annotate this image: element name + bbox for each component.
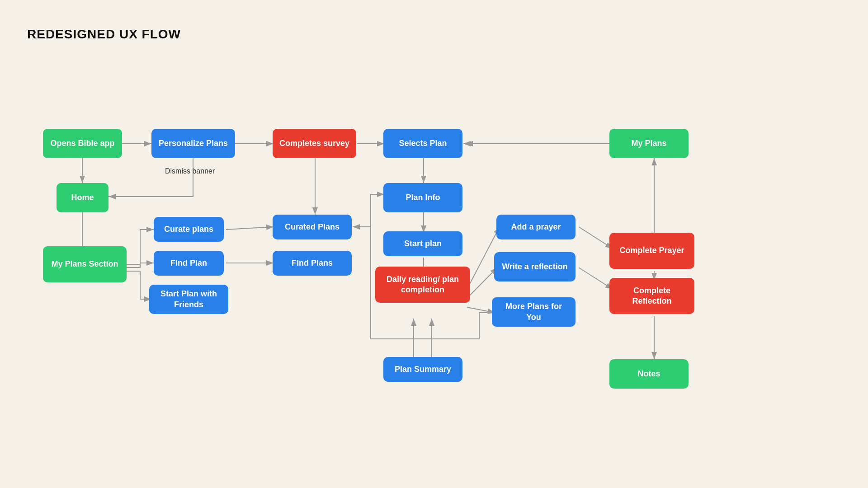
node-selects-plan: Selects Plan (383, 129, 462, 158)
node-complete-reflection: Complete Reflection (609, 278, 694, 314)
node-complete-prayer: Complete Prayer (609, 233, 694, 269)
node-more-plans: More Plans for You (492, 297, 576, 327)
node-plan-summary: Plan Summary (383, 357, 462, 382)
node-add-prayer: Add a prayer (496, 215, 576, 239)
node-home: Home (57, 183, 108, 212)
node-daily-reading: Daily reading/ plan completion (375, 267, 470, 303)
node-my-plans: My Plans (609, 129, 689, 158)
node-write-reflection: Write a reflection (494, 252, 576, 282)
node-completes-survey: Completes survey (273, 129, 356, 158)
svg-line-17 (467, 267, 497, 298)
node-find-plan: Find Plan (154, 251, 224, 276)
arrows-svg (18, 59, 850, 465)
svg-line-7 (226, 227, 274, 230)
node-opens-bible-app: Opens Bible app (43, 129, 122, 158)
node-start-plan: Start plan (383, 231, 462, 256)
node-my-plans-section: My Plans Section (43, 246, 127, 282)
dismiss-banner-label: Dismiss banner (165, 167, 215, 175)
node-start-plan-friends: Start Plan with Friends (149, 285, 228, 314)
node-notes: Notes (609, 359, 689, 389)
node-find-plans: Find Plans (273, 251, 352, 276)
flow-container: Opens Bible app Home My Plans Section Pe… (18, 59, 850, 465)
svg-line-20 (579, 267, 613, 289)
page-title: REDESIGNED UX FLOW (27, 27, 181, 42)
node-curated-plans: Curated Plans (273, 215, 352, 239)
node-curate-plans: Curate plans (154, 217, 224, 242)
node-personalize-plans: Personalize Plans (151, 129, 235, 158)
svg-line-19 (579, 227, 613, 249)
node-plan-info: Plan Info (383, 183, 462, 212)
svg-line-18 (467, 307, 495, 313)
